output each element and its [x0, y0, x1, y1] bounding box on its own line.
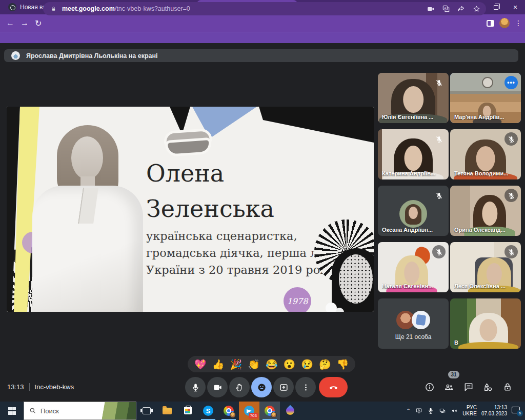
mic-off-icon [504, 132, 518, 146]
screen-share-tray-icon[interactable] [415, 407, 422, 414]
raise-hand-button[interactable] [229, 377, 250, 397]
participant-tile-speaking[interactable]: ••• Мар'яна Андріїв... [450, 73, 521, 123]
participant-name: Мар'яна Андріїв... [454, 114, 517, 120]
reactions-button[interactable] [251, 377, 272, 397]
overflow-avatars [396, 311, 430, 329]
presenter-avatar [11, 51, 20, 60]
chrome-button[interactable] [218, 402, 239, 420]
address-bar[interactable]: meet.google.com/tnc-vbeb-kws?authuser=0 [43, 2, 486, 15]
task-view-button[interactable] [136, 402, 157, 420]
meeting-details-button[interactable] [423, 381, 436, 393]
lips-collage-image [165, 128, 211, 156]
browser-menu-icon[interactable]: ⋮ [515, 19, 522, 27]
restore-button[interactable] [486, 0, 506, 14]
end-call-button[interactable] [319, 377, 348, 397]
telegram-button[interactable]: 703 [239, 402, 259, 420]
participant-tile[interactable]: Орина Олександ... [450, 186, 521, 236]
mic-off-icon [432, 245, 446, 258]
close-button[interactable]: ✕ [506, 0, 525, 14]
notification-center-icon[interactable]: 6 [512, 407, 522, 415]
side-panel-icon[interactable] [487, 20, 494, 27]
telegram-badge: 703 [249, 413, 258, 418]
reaction-clap[interactable]: 👏 [248, 359, 260, 369]
reaction-cry[interactable]: 😢 [301, 359, 313, 369]
participants-count-badge: 31 [448, 371, 459, 378]
reaction-surprised[interactable]: 😮 [284, 359, 296, 369]
presenter-banner-text: Ярослава Дмитрівна Льолькіна на екрані [26, 52, 158, 59]
camera-button[interactable] [207, 377, 228, 397]
host-controls-button[interactable] [501, 381, 514, 393]
participant-tile[interactable]: Наталя Євгенівн... [378, 242, 449, 292]
participant-name: Тетяна Володими... [454, 170, 517, 176]
zelenska-portrait [27, 125, 145, 312]
participant-tile[interactable]: Тетяна Володими... [450, 129, 521, 179]
participant-tile[interactable]: В [450, 298, 521, 349]
mic-off-icon [432, 189, 446, 202]
file-explorer-button[interactable] [157, 402, 177, 420]
clock[interactable]: 13:13 07.03.2023 [481, 405, 507, 417]
participant-name: Юлія Євгеніївна ... [382, 114, 445, 120]
mic-button[interactable] [185, 377, 206, 397]
tray-expand-icon[interactable]: ⌃ [406, 408, 411, 414]
tile-options-icon[interactable]: ••• [504, 76, 518, 89]
network-tray-icon[interactable] [439, 407, 446, 414]
participant-name: Леся Олексіївна ... [454, 283, 517, 289]
profile-avatar[interactable] [499, 18, 510, 28]
reaction-party[interactable]: 🎉 [230, 359, 242, 369]
meeting-time: 13:13 [7, 383, 24, 391]
bookmarks-bar [0, 32, 525, 43]
share-icon[interactable] [457, 5, 466, 13]
translate-icon[interactable] [442, 5, 450, 13]
search-decoration-image [100, 402, 136, 419]
participant-tile[interactable]: Оксана Андріївн... [378, 186, 449, 236]
year-badge: 1978 [284, 287, 311, 312]
lock-icon [50, 5, 57, 13]
back-button[interactable]: ← [6, 18, 14, 28]
present-button[interactable] [273, 377, 294, 397]
participant-name: Наталя Євгенівн... [382, 283, 445, 289]
search-placeholder: Поиск [41, 407, 59, 415]
mic-off-icon [432, 132, 446, 146]
reaction-thumbs-down[interactable]: 👎 [337, 359, 349, 369]
participant-tile[interactable]: Леся Олексіївна ... [450, 242, 521, 292]
notification-badge: 6 [517, 410, 523, 416]
taskbar-search[interactable]: Поиск [24, 402, 136, 420]
activities-button[interactable] [482, 381, 494, 393]
microsoft-store-button[interactable] [177, 402, 198, 420]
reaction-heart[interactable]: 💖 [194, 359, 207, 369]
overflow-count-label: Ще 21 особа [378, 333, 449, 341]
people-button[interactable] [443, 381, 455, 393]
chrome-active-button[interactable] [259, 402, 280, 420]
forward-button[interactable]: → [21, 18, 29, 28]
meeting-info: 13:13 tnc-vbeb-kws [7, 383, 74, 391]
reaction-thinking[interactable]: 🤔 [319, 359, 331, 369]
mic-off-icon [504, 189, 518, 202]
search-icon [29, 407, 36, 414]
volume-tray-icon[interactable] [451, 407, 458, 414]
url-domain: meet.google.com [62, 5, 115, 12]
camera-in-use-icon[interactable] [427, 5, 435, 13]
crown-collage-image [314, 219, 374, 312]
slide-title: Олена Зеленська [146, 156, 274, 227]
reaction-laugh[interactable]: 😂 [266, 359, 278, 369]
participant-name: Орина Олександ... [454, 227, 517, 233]
bookmark-star-icon[interactable] [472, 5, 481, 13]
skype-button[interactable]: S [198, 402, 218, 420]
paint3d-button[interactable] [280, 402, 300, 420]
mic-off-icon [504, 245, 518, 258]
participant-name: В [454, 339, 517, 346]
reload-button[interactable]: ↻ [35, 18, 42, 28]
browser-toolbar: ← → ↻ [0, 14, 525, 32]
language-indicator[interactable]: РУС UKRE [462, 405, 477, 417]
reaction-thumbs-up[interactable]: 👍 [212, 359, 225, 369]
mic-off-icon [432, 76, 446, 89]
chat-button[interactable] [462, 381, 475, 393]
participant-tile[interactable]: Юлія Євгеніївна ... [378, 73, 449, 123]
screen: Новая вкладка ✕ ГКК ✕ Meet: "tnc-vbeb-kw… [0, 0, 525, 420]
more-options-button[interactable] [295, 377, 316, 397]
start-button[interactable] [0, 402, 24, 420]
participant-tile[interactable]: Катерина Андріїв... [378, 129, 449, 179]
presentation-slide[interactable]: Олена Зеленська українська сценаристка, … [7, 107, 374, 312]
overflow-tile[interactable]: Ще 21 особа [378, 298, 449, 349]
mic-tray-icon[interactable] [427, 407, 434, 414]
